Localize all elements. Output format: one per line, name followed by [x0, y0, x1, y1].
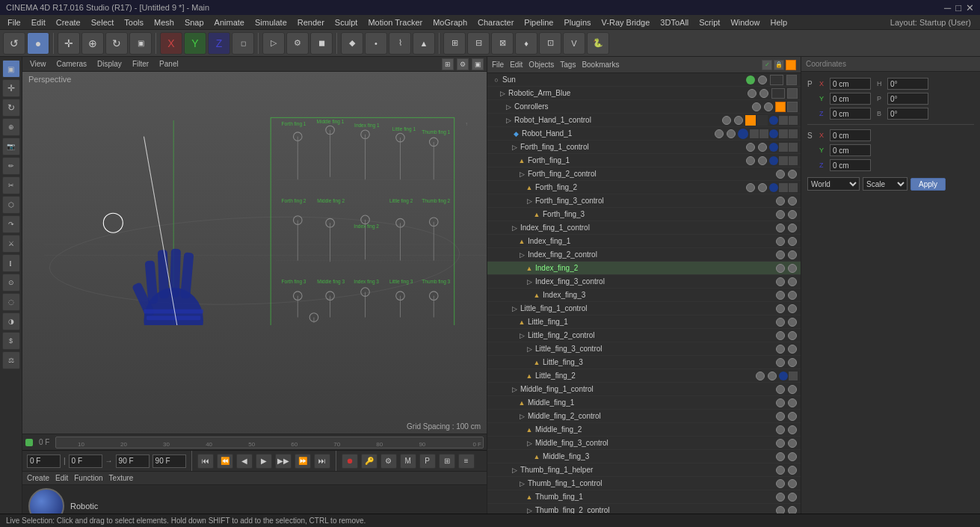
menu-window[interactable]: Window — [726, 17, 764, 28]
d2[interactable] — [768, 372, 777, 380]
z-axis[interactable]: Z — [208, 32, 230, 55]
d2[interactable] — [788, 304, 797, 313]
weight-tool[interactable]: ⊡ — [539, 32, 561, 55]
obj-menu-bookmarks[interactable]: Bookmarks — [582, 61, 619, 69]
obj-menu-tags[interactable]: Tags — [560, 61, 576, 69]
d1[interactable] — [776, 412, 785, 421]
t2[interactable] — [759, 129, 768, 138]
d1[interactable] — [776, 425, 785, 434]
d2[interactable] — [727, 129, 736, 138]
obj-visibility-toggle[interactable]: ✓ — [762, 60, 772, 70]
d2[interactable] — [788, 197, 797, 206]
tree-item-thumb1[interactable]: ▲ Thumb_fing_1 — [487, 490, 801, 504]
d1[interactable] — [746, 156, 755, 165]
d2[interactable] — [788, 264, 797, 273]
keyframe-add[interactable]: 🔑 — [361, 454, 377, 469]
viewport-maximize[interactable]: ⊞ — [442, 58, 454, 70]
menu-plugins[interactable]: Plugins — [559, 17, 595, 28]
d1[interactable] — [776, 479, 785, 488]
pos-z-input[interactable] — [830, 108, 871, 120]
d1[interactable] — [776, 385, 785, 394]
d2[interactable] — [788, 466, 797, 475]
polygon-mode[interactable]: ▲ — [413, 32, 435, 55]
pos-y-input[interactable] — [830, 93, 871, 105]
mirror-tool[interactable]: ⊟ — [467, 32, 490, 55]
tool-magnet[interactable]: ⊙ — [2, 274, 20, 292]
d1[interactable] — [776, 170, 785, 179]
obj-menu-edit[interactable]: Edit — [510, 61, 523, 69]
dot-render[interactable] — [758, 75, 767, 84]
d1[interactable] — [776, 493, 785, 502]
tree-item-thumb1ctrl[interactable]: ▷ Thumb_fing_1_control — [487, 477, 801, 490]
d1[interactable] — [715, 129, 724, 138]
menu-help[interactable]: Help — [766, 17, 792, 28]
d2[interactable] — [788, 398, 797, 407]
tool-mirror[interactable]: ⫿ — [2, 254, 20, 272]
tree-item-middle3ctrl[interactable]: ▷ Middle_fing_3_control — [487, 437, 801, 450]
render-settings[interactable]: ⚙ — [286, 32, 309, 55]
menu-vray[interactable]: V-Ray Bridge — [597, 17, 655, 28]
tree-item-middle1ctrl[interactable]: ▷ Middle_fing_1_control — [487, 383, 801, 396]
play-forward[interactable]: ▶▶ — [275, 454, 292, 469]
undo-button[interactable]: ↺ — [3, 32, 25, 55]
tool-scale[interactable]: ⊕ — [2, 118, 20, 136]
menu-create[interactable]: Create — [52, 17, 85, 28]
timeline-settings[interactable]: ⚙ — [380, 454, 397, 469]
d1[interactable] — [776, 224, 785, 232]
record[interactable]: ⏺ — [342, 454, 358, 469]
t[interactable] — [769, 143, 778, 152]
rotate-tool[interactable]: ↻ — [105, 32, 128, 55]
tree-item-index2ctrl[interactable]: ▷ Index_fing_2_control — [487, 248, 801, 262]
minimize-button[interactable]: ─ — [944, 2, 951, 13]
size-z-input[interactable] — [830, 159, 871, 171]
snap-tool[interactable]: ⊠ — [491, 32, 514, 55]
mat-menu-create[interactable]: Create — [27, 474, 49, 482]
motion-system[interactable]: M — [400, 454, 416, 469]
tree-item-forth3[interactable]: ▲ Forth_fing_3 — [487, 208, 801, 221]
tag3[interactable] — [789, 116, 798, 125]
t4[interactable] — [779, 129, 788, 138]
t3[interactable] — [789, 143, 798, 152]
dot2[interactable] — [764, 102, 773, 111]
hc-tag[interactable] — [757, 115, 768, 126]
d1[interactable] — [776, 237, 785, 246]
tree-item-index1[interactable]: ▲ Index_fing_1 — [487, 235, 801, 248]
close-button[interactable]: ✕ — [966, 2, 974, 13]
y-axis[interactable]: Y — [184, 32, 206, 55]
pos-x-input[interactable] — [830, 78, 871, 90]
timeline-track[interactable]: 10 20 30 40 50 60 70 80 90 0 F — [55, 437, 484, 449]
tree-item-hand-control[interactable]: ▷ Robot_Hand_1_control — [487, 114, 801, 127]
tree-item-middle3[interactable]: ▲ Middle_fing_3 — [487, 450, 801, 463]
d2[interactable] — [788, 425, 797, 434]
t2[interactable] — [789, 372, 798, 380]
menu-mograph[interactable]: MoGraph — [428, 17, 472, 28]
menu-mesh[interactable]: Mesh — [150, 17, 179, 28]
d2[interactable] — [788, 170, 797, 179]
tool-camera[interactable]: 📷 — [2, 138, 20, 155]
d1[interactable] — [776, 358, 785, 367]
select-tool[interactable]: ✛ — [58, 32, 80, 55]
menu-render[interactable]: Render — [293, 17, 329, 28]
hc-color[interactable] — [745, 115, 756, 126]
dot1[interactable] — [752, 102, 761, 111]
t2[interactable] — [779, 156, 788, 165]
t3[interactable] — [769, 129, 778, 138]
redo-button[interactable]: ● — [27, 32, 49, 55]
tag1[interactable] — [769, 116, 778, 125]
t2[interactable] — [779, 183, 788, 192]
arm-tag[interactable] — [771, 88, 785, 99]
dot1[interactable] — [748, 89, 756, 98]
p-input[interactable] — [887, 93, 928, 105]
tool-weight[interactable]: ⚖ — [2, 351, 20, 369]
t[interactable] — [769, 156, 778, 165]
tree-item-index2[interactable]: ▲ Index_fing_2 — [487, 262, 801, 275]
viewport-3d[interactable]: X Y Z Forth fing 1 — [22, 72, 487, 434]
d2[interactable] — [788, 385, 797, 394]
menu-sculpt[interactable]: Sculpt — [330, 17, 363, 28]
tree-item-forth1[interactable]: ▲ Forth_fing_1 — [487, 154, 801, 167]
d1[interactable] — [776, 250, 785, 259]
tree-item-controllers[interactable]: ▷ Conrollers — [487, 100, 801, 114]
tool-smooth[interactable]: ◌ — [2, 293, 20, 311]
d1[interactable] — [776, 318, 785, 327]
tree-item-forth2ctrl[interactable]: ▷ Forth_fing_2_control — [487, 167, 801, 181]
